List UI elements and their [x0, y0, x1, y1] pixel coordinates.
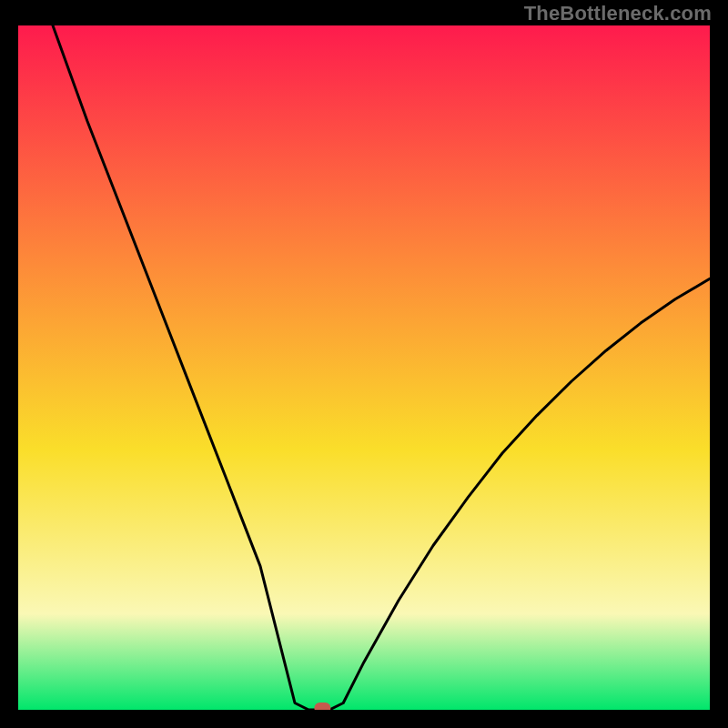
bottleneck-curve-chart: [18, 25, 710, 710]
chart-frame: TheBottleneck.com: [0, 0, 728, 728]
gradient-background: [18, 25, 710, 710]
plot-area: [18, 25, 710, 710]
watermark-text: TheBottleneck.com: [524, 2, 712, 25]
optimal-point-marker: [314, 703, 330, 710]
